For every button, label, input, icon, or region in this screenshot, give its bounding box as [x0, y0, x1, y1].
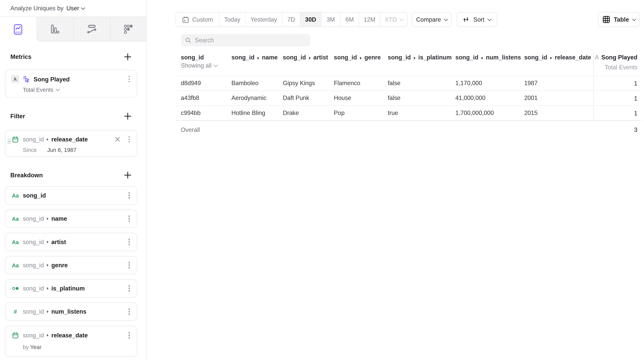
grid-icon: [602, 16, 610, 23]
breakdown-card[interactable]: song_id artist: [5, 233, 138, 251]
text-type-icon: [11, 216, 20, 222]
range-3m[interactable]: 3M: [321, 13, 340, 27]
breakdown-card[interactable]: song_id num_listens: [5, 302, 138, 321]
cell-genre: Pop: [334, 106, 344, 120]
range-today[interactable]: Today: [219, 13, 245, 27]
property-arrow-icon: [550, 57, 552, 59]
property-arrow-icon: [47, 217, 48, 220]
cell-is-platinum: false: [388, 76, 400, 91]
breakdown-property: release_date: [52, 332, 88, 338]
compare-button[interactable]: Compare: [412, 12, 452, 27]
filter-condition[interactable]: Since Jun 6, 1987: [23, 147, 131, 153]
showing-all-dropdown[interactable]: Showing all: [181, 62, 217, 69]
breakdown-property: artist: [52, 239, 66, 245]
search-icon: [185, 37, 191, 44]
add-metric-button[interactable]: [124, 53, 132, 61]
breakdown-kebab-menu[interactable]: [127, 261, 131, 270]
range-12m[interactable]: 12M: [359, 13, 380, 27]
cell-is-platinum: false: [388, 91, 400, 106]
metric-kebab-menu[interactable]: [127, 75, 131, 84]
breakdown-kebab-menu[interactable]: [127, 331, 131, 340]
breakdown-property: is_platinum: [52, 285, 85, 292]
breakdown-kebab-menu[interactable]: [127, 191, 131, 200]
metric-column-header[interactable]: ASong Played: [595, 52, 638, 62]
column-header[interactable]: song_idis_platinum: [388, 52, 452, 62]
cell-artist: Daft Punk: [283, 91, 309, 106]
column-header[interactable]: song_idartist: [283, 52, 328, 62]
tab-flows[interactable]: [73, 17, 110, 42]
cell-artist: Drake: [283, 106, 299, 120]
column-header[interactable]: song_idgenre: [334, 52, 381, 62]
range-7d[interactable]: 7D: [282, 13, 300, 27]
property-arrow-icon: [47, 138, 48, 140]
text-type-icon: [11, 239, 20, 245]
calendar-icon: [11, 332, 20, 338]
breakdown-path: song_id: [23, 239, 44, 245]
breakdown-card[interactable]: song_id is_platinum: [5, 279, 138, 298]
metrics-section-header: Metrics: [10, 52, 132, 61]
column-header[interactable]: song_idname: [232, 52, 278, 62]
view-type-button[interactable]: Table: [598, 12, 640, 27]
remove-filter-button[interactable]: [114, 136, 121, 143]
range-6m[interactable]: 6M: [340, 13, 359, 27]
chevron-down-icon: [632, 17, 636, 21]
breakdown-card[interactable]: song_id name: [5, 210, 138, 228]
breakdown-bucketing[interactable]: by Year: [23, 344, 131, 350]
filter-section-header: Filter: [10, 112, 132, 121]
breakdown-card[interactable]: song_id: [5, 186, 138, 205]
breakdown-kebab-menu[interactable]: [127, 307, 131, 316]
table-rows: d8d949 Bamboleo Gipsy Kings Flamenco fal…: [176, 76, 641, 121]
metric-letter: A: [595, 54, 599, 61]
aggregation-dropdown[interactable]: Total Events: [23, 87, 59, 93]
breakdown-path: song_id: [23, 332, 44, 338]
insights-report: Analyze Uniques by User: [0, 0, 644, 360]
cell-is-platinum: true: [388, 106, 398, 120]
retention-icon: [124, 24, 133, 34]
filter-kebab-menu[interactable]: [127, 135, 131, 144]
property-arrow-icon: [309, 57, 310, 59]
tab-retention[interactable]: [110, 17, 146, 42]
cell-release-date: 1987: [524, 76, 538, 91]
search-input[interactable]: [195, 37, 306, 44]
breakdown-property: song_id: [23, 192, 46, 199]
report-type-tabs: [0, 17, 146, 42]
tab-bar-chart[interactable]: [36, 17, 73, 42]
range-xtd[interactable]: XTD: [380, 13, 407, 27]
sort-icon: [463, 16, 470, 23]
calendar-icon: [182, 16, 189, 23]
breakdown-kebab-menu[interactable]: [127, 214, 131, 223]
breakdown-kebab-menu[interactable]: [127, 237, 131, 246]
tab-insights[interactable]: [0, 17, 36, 42]
drag-handle-icon[interactable]: [8, 140, 11, 144]
chevron-down-icon: [56, 87, 60, 91]
cell-name: Bamboleo: [232, 76, 258, 91]
metric-name: Song Played: [601, 54, 638, 61]
metric-card[interactable]: A Song Played Total Events: [5, 70, 138, 98]
range-30d[interactable]: 30D: [300, 13, 321, 27]
range-yesterday[interactable]: Yesterday: [245, 13, 282, 27]
entity-value: User: [66, 5, 79, 12]
table-row: c994bb Hotline Bling Drake Pop true 1,70…: [176, 106, 641, 121]
property-arrow-icon: [360, 57, 362, 59]
breakdown-card[interactable]: song_id genre: [5, 256, 138, 274]
filter-card[interactable]: song_id release_date Since Jun 6, 1987: [5, 130, 138, 157]
entity-dropdown[interactable]: User: [66, 5, 84, 12]
range-custom[interactable]: Custom: [176, 13, 219, 27]
sort-button[interactable]: Sort: [456, 12, 497, 27]
sort-label: Sort: [474, 16, 484, 23]
column-header[interactable]: song_idrelease_date: [524, 52, 591, 62]
breakdown-kebab-menu[interactable]: [127, 284, 131, 293]
column-header[interactable]: song_id: [181, 52, 204, 62]
add-breakdown-button[interactable]: [124, 171, 132, 179]
column-header[interactable]: song_idnum_listens: [455, 52, 521, 62]
add-filter-button[interactable]: [124, 112, 132, 120]
property-arrow-icon: [257, 57, 259, 59]
metric-aggregation-label: Total Events: [605, 62, 638, 72]
range-label: Custom: [192, 16, 213, 23]
cell-artist: Gipsy Kings: [283, 76, 315, 91]
breakdown-card[interactable]: song_id release_date by Year: [5, 326, 138, 357]
breakdown-property: genre: [52, 262, 68, 268]
breakdown-property: num_listens: [52, 308, 86, 315]
property-arrow-icon: [414, 57, 416, 59]
overall-label: Overall: [181, 121, 200, 139]
